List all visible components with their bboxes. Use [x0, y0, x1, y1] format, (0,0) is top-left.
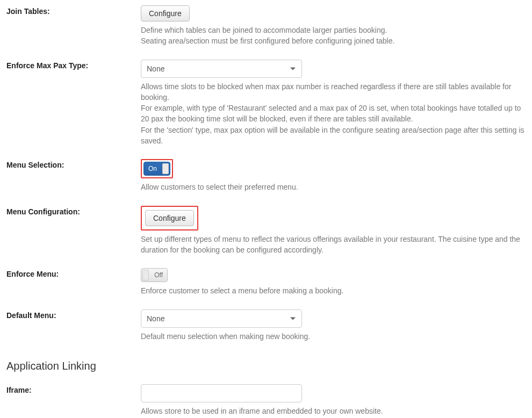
- iframe-label: Iframe:: [6, 384, 141, 394]
- menu-selection-toggle-label: On: [148, 165, 157, 172]
- row-enforce-menu: Enforce Menu: Off Enforce customer to se…: [0, 268, 532, 296]
- iframe-field: Allows store to be used in an iframe and…: [141, 384, 526, 418]
- default-menu-select-wrap: None: [141, 309, 302, 328]
- iframe-input[interactable]: [141, 384, 302, 402]
- join-tables-help-2: Seating area/section must be first confi…: [141, 35, 526, 46]
- default-menu-label: Default Menu:: [6, 309, 141, 320]
- row-default-menu: Default Menu: None Default menu selectio…: [0, 309, 532, 342]
- menu-selection-label: Menu Selection:: [6, 159, 141, 169]
- toggle-knob-icon: [142, 270, 149, 280]
- row-menu-configuration: Menu Configuration: Configure Set up dif…: [0, 206, 532, 256]
- enforce-menu-toggle-label: Off: [154, 271, 163, 279]
- enforce-menu-toggle[interactable]: Off: [141, 268, 168, 282]
- enforce-max-pax-help-3: For the 'section' type, max pax option w…: [141, 125, 526, 147]
- menu-configuration-help: Set up different types of menu to reflec…: [141, 234, 526, 256]
- join-tables-configure-button[interactable]: Configure: [141, 5, 190, 21]
- menu-configuration-configure-button[interactable]: Configure: [145, 210, 194, 226]
- enforce-menu-help: Enforce customer to select a menu before…: [141, 285, 526, 296]
- menu-selection-toggle[interactable]: On: [143, 162, 170, 176]
- enforce-menu-field: Off Enforce customer to select a menu be…: [141, 268, 526, 296]
- default-menu-help: Default menu selection when making new b…: [141, 331, 526, 342]
- enforce-max-pax-label: Enforce Max Pax Type:: [6, 60, 141, 70]
- enforce-menu-label: Enforce Menu:: [6, 268, 141, 278]
- menu-configuration-field: Configure Set up different types of menu…: [141, 206, 526, 256]
- default-menu-field: None Default menu selection when making …: [141, 309, 526, 342]
- join-tables-help-1: Define which tables can be joined to acc…: [141, 25, 526, 35]
- enforce-max-pax-help-1: Allows time slots to be blocked when max…: [141, 81, 526, 103]
- iframe-help-1: Allows store to be used in an iframe and…: [141, 406, 526, 416]
- menu-selection-help: Allow customers to select their preferre…: [141, 182, 526, 192]
- enforce-max-pax-field: None Allows time slots to be blocked whe…: [141, 60, 526, 147]
- toggle-knob-icon: [162, 163, 169, 174]
- enforce-max-pax-select[interactable]: None: [141, 60, 302, 78]
- join-tables-label: Join Tables:: [6, 5, 141, 16]
- menu-configuration-label: Menu Configuration:: [6, 206, 141, 216]
- row-iframe: Iframe: Allows store to be used in an if…: [0, 384, 532, 418]
- menu-configuration-highlight: Configure: [141, 206, 198, 230]
- join-tables-field: Configure Define which tables can be joi…: [141, 5, 526, 47]
- application-linking-heading: Application Linking: [0, 355, 532, 374]
- enforce-max-pax-select-wrap: None: [141, 60, 302, 78]
- row-join-tables: Join Tables: Configure Define which tabl…: [0, 5, 532, 47]
- default-menu-select[interactable]: None: [141, 309, 302, 328]
- menu-selection-field: On Allow customers to select their prefe…: [141, 159, 526, 192]
- row-menu-selection: Menu Selection: On Allow customers to se…: [0, 159, 532, 192]
- enforce-max-pax-help-2: For example, with type of 'Restaurant' s…: [141, 103, 526, 125]
- menu-selection-highlight: On: [141, 159, 173, 178]
- row-enforce-max-pax: Enforce Max Pax Type: None Allows time s…: [0, 60, 532, 147]
